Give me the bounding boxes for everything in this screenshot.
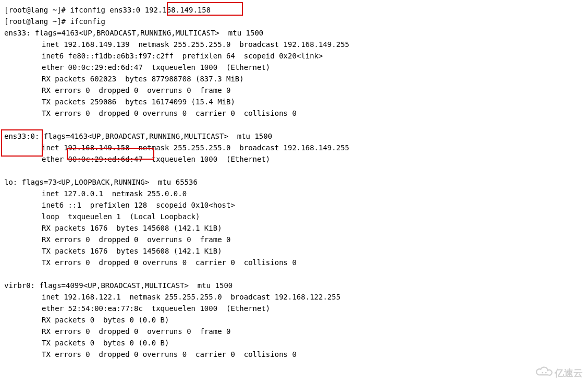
virbr0-inet: inet 192.168.122.1 netmask 255.255.255.0… (4, 291, 584, 303)
lo-rx-packets: RX packets 1676 bytes 145608 (142.1 KiB) (4, 222, 584, 234)
ens33-0-ether: ether 00:0c:29:ed:6d:47 txqueuelen 1000 … (4, 153, 584, 165)
lo-tx-packets: TX packets 1676 bytes 145608 (142.1 KiB) (4, 245, 584, 257)
lo-loop: loop txqueuelen 1 (Local Loopback) (4, 211, 584, 222)
lo-tx-errors: TX errors 0 dropped 0 overruns 0 carrier… (4, 257, 584, 268)
shell-line-cmd1: [root@lang ~]# ifconfig ens33:0 192.168.… (4, 4, 584, 16)
virbr0-tx-errors: TX errors 0 dropped 0 overruns 0 carrier… (4, 349, 584, 360)
ens33-0-inet: inet 192.168.149.158 netmask 255.255.255… (4, 142, 584, 153)
virbr0-rx-packets: RX packets 0 bytes 0 (0.0 B) (4, 314, 584, 326)
lo-inet: inet 127.0.0.1 netmask 255.0.0.0 (4, 188, 584, 199)
ens33-tx-packets: TX packets 259086 bytes 16174099 (15.4 M… (4, 96, 584, 107)
ens33-inet: inet 192.168.149.139 netmask 255.255.255… (4, 39, 584, 50)
svg-point-0 (542, 372, 543, 374)
ens33-rx-packets: RX packets 602023 bytes 877988708 (837.3… (4, 73, 584, 85)
ens33-inet6: inet6 fe80::f1db:e6b3:f97:c2ff prefixlen… (4, 50, 584, 62)
blank-line (4, 165, 584, 176)
lo-inet6: inet6 ::1 prefixlen 128 scopeid 0x10<hos… (4, 199, 584, 211)
cloud-icon (535, 366, 553, 380)
virbr0-ether: ether 52:54:00:ea:77:8c txqueuelen 1000 … (4, 303, 584, 314)
ens33-0-header: ens33:0: flags=4163<UP,BROADCAST,RUNNING… (4, 130, 584, 142)
command-text: ifconfig ens33:0 192.168.149.158 (70, 6, 211, 14)
prompt: [root@lang ~]# (4, 6, 70, 14)
virbr0-header: virbr0: flags=4099<UP,BROADCAST,MULTICAS… (4, 280, 584, 291)
watermark: 亿速云 (535, 366, 583, 380)
virbr0-tx-packets: TX packets 0 bytes 0 (0.0 B) (4, 337, 584, 349)
virbr0-rx-errors: RX errors 0 dropped 0 overruns 0 frame 0 (4, 326, 584, 337)
svg-point-1 (545, 372, 547, 374)
watermark-text: 亿速云 (555, 367, 583, 379)
ens33-header: ens33: flags=4163<UP,BROADCAST,RUNNING,M… (4, 27, 584, 39)
shell-line-cmd2: [root@lang ~]# ifconfig (4, 16, 584, 27)
blank-line (4, 268, 584, 280)
ens33-tx-errors: TX errors 0 dropped 0 overruns 0 carrier… (4, 107, 584, 119)
blank-line (4, 119, 584, 130)
prompt: [root@lang ~]# (4, 17, 70, 26)
command-text: ifconfig (70, 17, 105, 26)
lo-rx-errors: RX errors 0 dropped 0 overruns 0 frame 0 (4, 234, 584, 245)
ens33-rx-errors: RX errors 0 dropped 0 overruns 0 frame 0 (4, 85, 584, 96)
terminal-output: [root@lang ~]# ifconfig ens33:0 192.168.… (4, 4, 584, 360)
lo-header: lo: flags=73<UP,LOOPBACK,RUNNING> mtu 65… (4, 176, 584, 188)
ens33-ether: ether 00:0c:29:ed:6d:47 txqueuelen 1000 … (4, 62, 584, 73)
